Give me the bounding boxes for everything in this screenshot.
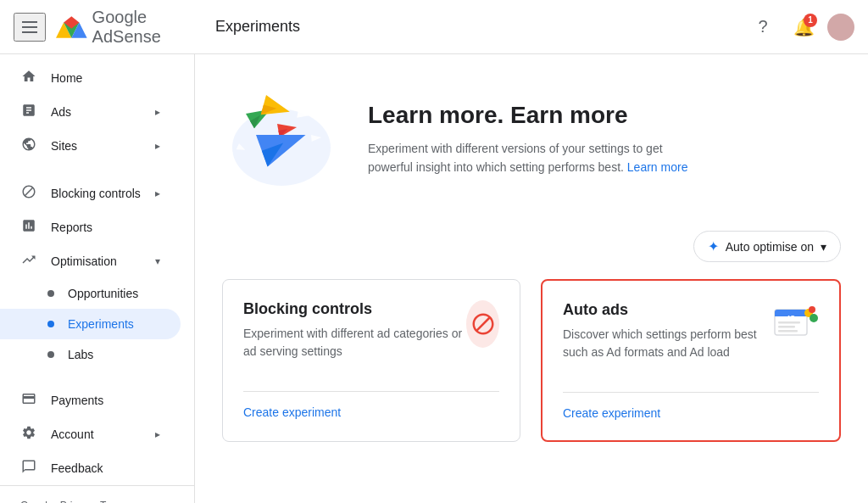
hero-illustration xyxy=(222,88,341,190)
blocking-card-icon xyxy=(466,300,499,348)
ads-icon xyxy=(20,103,37,122)
card-header-blocking: Blocking controls Experiment with differ… xyxy=(243,300,499,377)
header: Google AdSense Experiments ? 🔔 1 xyxy=(0,0,868,54)
svg-point-25 xyxy=(810,314,818,322)
sidebar-item-sites[interactable]: Sites ▸ xyxy=(0,129,181,163)
dot-icon-opportunities xyxy=(47,290,54,297)
dot-icon-labs xyxy=(47,351,54,358)
sidebar-label-feedback: Feedback xyxy=(51,461,103,475)
auto-ads-icon-svg: AD xyxy=(771,301,819,349)
footer-privacy[interactable]: Privacy xyxy=(60,500,93,503)
card-title-autoads: Auto ads xyxy=(563,301,771,319)
auto-optimize-label: Auto optimise on xyxy=(726,240,814,254)
sidebar: Home Ads ▸ Sites ▸ Blocking controls ▸ xyxy=(0,54,195,503)
svg-text:AD: AD xyxy=(787,315,795,321)
sidebar-item-reports[interactable]: Reports xyxy=(0,210,181,244)
hero-section: Learn more. Earn more Experiment with di… xyxy=(222,75,841,204)
sidebar-label-opportunities: Opportunities xyxy=(68,287,138,300)
account-icon xyxy=(20,425,37,444)
chevron-right-icon-sites: ▸ xyxy=(155,140,160,152)
card-title-blocking: Blocking controls xyxy=(243,300,466,318)
sidebar-label-experiments: Experiments xyxy=(68,317,134,331)
sidebar-item-blocking[interactable]: Blocking controls ▸ xyxy=(0,176,181,210)
cards-row: Blocking controls Experiment with differ… xyxy=(222,279,841,442)
create-experiment-link-autoads[interactable]: Create experiment xyxy=(563,406,660,420)
auto-ads-card: Auto ads Discover which settings perform… xyxy=(541,279,841,442)
svg-point-26 xyxy=(809,306,815,313)
hero-text: Learn more. Earn more Experiment with di… xyxy=(368,102,707,177)
hero-heading: Learn more. Earn more xyxy=(368,102,707,129)
svg-rect-22 xyxy=(778,326,795,328)
sidebar-label-sites: Sites xyxy=(51,139,77,153)
create-experiment-link-blocking[interactable]: Create experiment xyxy=(243,405,341,419)
card-divider-blocking xyxy=(243,391,499,392)
sidebar-item-home[interactable]: Home xyxy=(0,61,181,95)
card-header-autoads: Auto ads Discover which settings perform… xyxy=(563,301,819,378)
sidebar-item-labs[interactable]: Labs xyxy=(0,339,181,370)
logo-text: Google AdSense xyxy=(92,8,209,47)
menu-button[interactable] xyxy=(14,13,46,42)
auto-ads-card-icon: AD xyxy=(771,301,819,349)
notifications-button[interactable]: 🔔 1 xyxy=(787,10,821,44)
sidebar-item-payments[interactable]: Payments xyxy=(0,383,181,417)
card-content-blocking: Blocking controls Experiment with differ… xyxy=(243,300,466,377)
paper-planes-svg xyxy=(222,88,341,190)
svg-rect-21 xyxy=(778,321,800,324)
sidebar-label-home: Home xyxy=(51,71,82,85)
logo-icon xyxy=(56,15,87,39)
sparkle-icon: ✦ xyxy=(708,238,719,254)
dot-icon-experiments xyxy=(47,321,54,327)
avatar[interactable] xyxy=(827,14,854,41)
footer-google: Google xyxy=(20,500,53,503)
header-left: Google AdSense xyxy=(14,8,209,47)
sidebar-label-payments: Payments xyxy=(51,394,103,407)
card-desc-autoads: Discover which settings perform best suc… xyxy=(563,326,771,361)
sidebar-footer: Google Privacy Terms xyxy=(0,485,194,503)
sidebar-item-feedback[interactable]: Feedback xyxy=(0,451,181,485)
footer-terms[interactable]: Terms xyxy=(100,500,128,503)
blocking-controls-card: Blocking controls Experiment with differ… xyxy=(222,279,520,442)
sidebar-label-optimisation: Optimisation xyxy=(51,254,117,268)
sites-icon xyxy=(20,137,37,156)
sidebar-item-ads[interactable]: Ads ▸ xyxy=(0,95,181,129)
sidebar-item-account[interactable]: Account ▸ xyxy=(0,417,181,451)
chevron-right-icon-blocking: ▸ xyxy=(155,187,160,199)
auto-optimize-button[interactable]: ✦ Auto optimise on ▾ xyxy=(693,231,841,262)
blocking-icon xyxy=(20,184,37,204)
page-title: Experiments xyxy=(209,18,746,36)
chevron-down-icon-opt: ▾ xyxy=(155,255,160,267)
main-layout: Home Ads ▸ Sites ▸ Blocking controls ▸ xyxy=(0,54,868,503)
card-desc-blocking: Experiment with different ad categories … xyxy=(243,325,466,360)
optimisation-icon xyxy=(20,252,37,271)
reports-icon xyxy=(20,218,37,238)
help-button[interactable]: ? xyxy=(746,10,780,44)
notification-badge: 1 xyxy=(804,14,817,27)
auto-optimize-row: ✦ Auto optimise on ▾ xyxy=(222,231,841,262)
block-icon xyxy=(470,311,496,337)
chevron-right-icon-account: ▸ xyxy=(155,428,160,440)
feedback-icon xyxy=(20,459,37,478)
sidebar-item-optimisation[interactable]: Optimisation ▾ xyxy=(0,244,181,278)
svg-rect-23 xyxy=(778,330,798,333)
learn-more-link[interactable]: Learn more xyxy=(627,160,688,174)
sidebar-label-labs: Labs xyxy=(68,348,93,361)
sidebar-item-opportunities[interactable]: Opportunities xyxy=(0,278,181,309)
card-content-autoads: Auto ads Discover which settings perform… xyxy=(563,301,771,378)
logo[interactable]: Google AdSense xyxy=(56,8,209,47)
sidebar-label-blocking: Blocking controls xyxy=(51,187,141,200)
help-icon: ? xyxy=(758,17,767,36)
main-content: Learn more. Earn more Experiment with di… xyxy=(195,54,868,503)
sidebar-label-reports: Reports xyxy=(51,221,92,234)
hero-description: Experiment with different versions of yo… xyxy=(368,139,707,177)
header-actions: ? 🔔 1 xyxy=(746,10,854,44)
sidebar-label-account: Account xyxy=(51,428,94,441)
card-divider-autoads xyxy=(563,392,819,393)
sidebar-item-experiments[interactable]: Experiments xyxy=(0,309,181,339)
dropdown-chevron-icon: ▾ xyxy=(821,240,826,254)
payments-icon xyxy=(20,391,37,411)
home-icon xyxy=(20,69,37,88)
chevron-right-icon: ▸ xyxy=(155,106,160,118)
sidebar-label-ads: Ads xyxy=(51,105,71,119)
